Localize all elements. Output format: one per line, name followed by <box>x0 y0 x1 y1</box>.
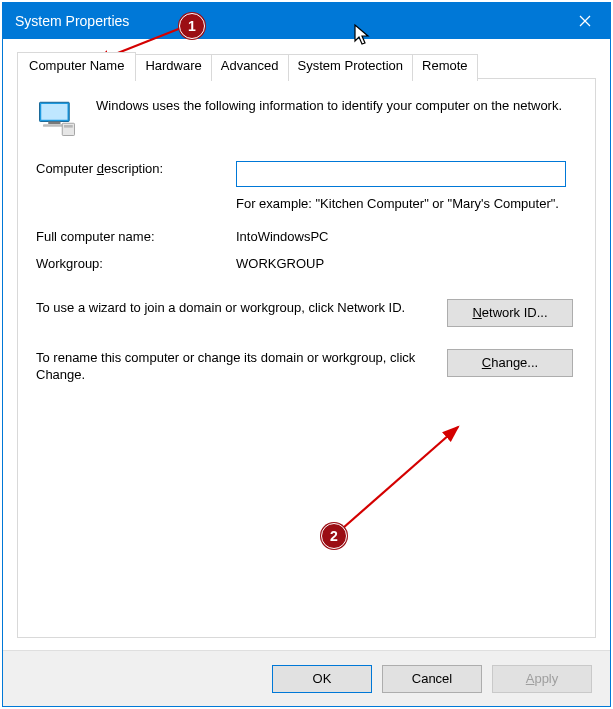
label-fullname: Full computer name: <box>36 229 226 244</box>
text-network-id: To use a wizard to join a domain or work… <box>36 299 433 317</box>
computer-icon <box>36 97 78 139</box>
apply-button[interactable]: Apply <box>492 665 592 693</box>
dialog-body: Computer Name Hardware Advanced System P… <box>3 39 610 650</box>
change-button[interactable]: Change... <box>447 349 573 377</box>
input-computer-description[interactable] <box>236 161 566 187</box>
dialog-footer: OK Cancel Apply <box>3 650 610 706</box>
tab-remote[interactable]: Remote <box>412 54 478 81</box>
system-properties-window: System Properties Computer Name Hardware… <box>2 2 611 707</box>
tab-hardware[interactable]: Hardware <box>135 54 211 81</box>
row-workgroup: Workgroup: WORKGROUP <box>36 256 577 271</box>
value-fullname: IntoWindowsPC <box>236 229 577 244</box>
intro-text: Windows uses the following information t… <box>96 97 577 115</box>
ok-button[interactable]: OK <box>272 665 372 693</box>
cancel-button[interactable]: Cancel <box>382 665 482 693</box>
section-network-id: To use a wizard to join a domain or work… <box>36 299 577 327</box>
cursor-icon <box>353 23 373 50</box>
window-title: System Properties <box>15 13 129 29</box>
svg-rect-7 <box>64 125 73 128</box>
intro-row: Windows uses the following information t… <box>36 97 577 139</box>
close-icon <box>579 15 591 27</box>
tab-strip: Computer Name Hardware Advanced System P… <box>17 51 596 78</box>
value-workgroup: WORKGROUP <box>236 256 577 271</box>
titlebar: System Properties <box>3 3 610 39</box>
tab-advanced[interactable]: Advanced <box>211 54 289 81</box>
label-workgroup: Workgroup: <box>36 256 226 271</box>
tab-panel-computer-name: Windows uses the following information t… <box>17 78 596 638</box>
section-change: To rename this computer or change its do… <box>36 349 577 384</box>
row-fullname: Full computer name: IntoWindowsPC <box>36 229 577 244</box>
hint-description: For example: "Kitchen Computer" or "Mary… <box>236 195 577 213</box>
label-description: Computer description: <box>36 161 163 176</box>
tab-system-protection[interactable]: System Protection <box>288 54 414 81</box>
row-description: Computer description: <box>36 161 577 187</box>
tab-computer-name[interactable]: Computer Name <box>17 52 136 79</box>
svg-rect-4 <box>48 122 60 125</box>
text-change: To rename this computer or change its do… <box>36 349 433 384</box>
network-id-button[interactable]: Network ID... <box>447 299 573 327</box>
svg-rect-3 <box>41 104 67 120</box>
close-button[interactable] <box>560 3 610 39</box>
